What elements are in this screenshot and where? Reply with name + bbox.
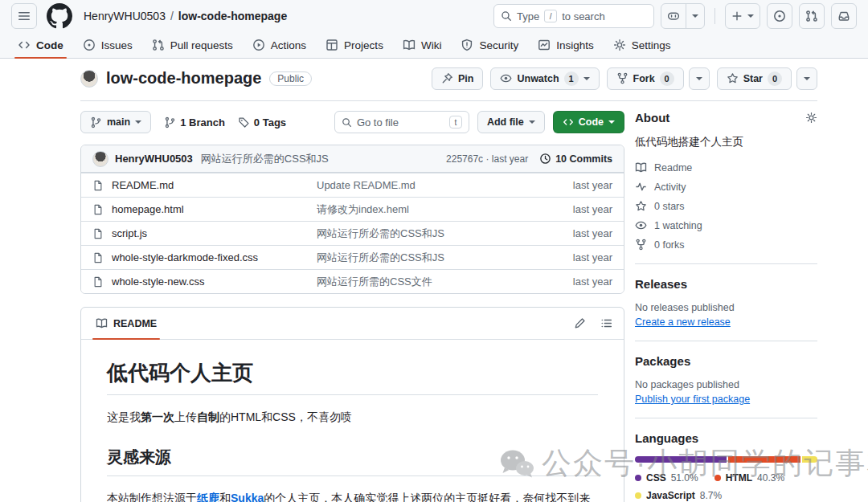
file-icon: [92, 252, 104, 263]
create-new-button[interactable]: [725, 3, 760, 29]
commit-author-avatar[interactable]: [92, 151, 108, 167]
tab-label: Settings: [632, 39, 671, 51]
link-zhilu[interactable]: 纸鹿: [197, 492, 219, 502]
file-commit-message[interactable]: 网站运行所必需的CSS和JS: [317, 251, 444, 265]
tab-security[interactable]: Security: [454, 32, 525, 58]
fork-button[interactable]: Fork 0: [607, 67, 684, 90]
language-item-css[interactable]: CSS51.0%: [635, 472, 698, 484]
about-title: About: [635, 111, 669, 124]
meta-label: Readme: [654, 162, 692, 173]
copilot-button[interactable]: [661, 4, 686, 28]
tab-settings[interactable]: Settings: [607, 32, 678, 58]
language-item-html[interactable]: HTML40.3%: [714, 472, 784, 484]
inbox-button[interactable]: [831, 3, 857, 29]
tab-code[interactable]: Code: [11, 32, 70, 58]
file-commit-message[interactable]: 网站运行所必需的CSS和JS: [317, 227, 444, 241]
language-item-javascript[interactable]: JavaScript8.7%: [635, 490, 722, 501]
breadcrumb-repo[interactable]: low-code-homepage: [178, 10, 287, 22]
language-dot-icon: [635, 492, 641, 499]
tab-label: Projects: [344, 39, 383, 51]
file-row[interactable]: README.md Update README.md last year: [81, 173, 624, 197]
file-name[interactable]: whole-style-darkmode-fixed.css: [112, 251, 317, 263]
file-commit-message[interactable]: 请修改为index.heml: [317, 202, 409, 217]
packages-title[interactable]: Packages: [635, 354, 690, 368]
branch-selector-button[interactable]: main: [80, 111, 151, 133]
commit-author[interactable]: HenryWHU0503: [115, 153, 193, 165]
branch-count[interactable]: 1 Branch: [164, 116, 225, 129]
repo-name[interactable]: low-code-homepage: [106, 69, 261, 88]
file-name[interactable]: whole-style-new.css: [112, 275, 317, 288]
readme-section-heading: 灵感来源: [107, 447, 598, 476]
issues-dashboard-button[interactable]: [767, 3, 792, 29]
tab-wiki[interactable]: Wiki: [396, 32, 448, 58]
unwatch-button[interactable]: Unwatch 1: [490, 67, 599, 90]
chevron-down-icon: [583, 77, 590, 80]
repo-owner-avatar[interactable]: [80, 70, 98, 88]
file-icon: [92, 228, 104, 239]
tag-count[interactable]: 0 Tags: [238, 116, 286, 129]
fork-dropdown-button[interactable]: [689, 67, 710, 90]
fork-count-badge: 0: [660, 71, 674, 86]
publish-package-link[interactable]: Publish your first package: [635, 394, 750, 405]
file-row[interactable]: whole-style-new.css 网站运行所需的CSS文件 last ye…: [81, 269, 624, 293]
add-file-button[interactable]: Add file: [477, 111, 545, 133]
tab-insights[interactable]: Insights: [531, 32, 600, 58]
language-bar-javascript: [802, 456, 817, 463]
tab-actions[interactable]: Actions: [246, 32, 313, 58]
create-release-link[interactable]: Create a new release: [635, 316, 731, 328]
tab-projects[interactable]: Projects: [319, 32, 390, 58]
tab-pull-requests[interactable]: Pull requests: [145, 32, 240, 58]
chevron-down-icon: [804, 77, 810, 80]
commit-history-link[interactable]: 10 Commits: [539, 153, 612, 165]
sidebar-stars-link[interactable]: 0 stars: [635, 200, 817, 212]
readme-paragraph-1: 这是我第一次上传自制的HTML和CSS，不喜勿喷: [107, 408, 598, 426]
language-dot-icon: [714, 475, 721, 481]
list-icon[interactable]: [600, 317, 612, 329]
file-name[interactable]: homepage.html: [112, 203, 317, 215]
file-commit-message[interactable]: Update README.md: [317, 179, 416, 191]
languages-section: Languages CSS51.0% HTML40.3% JavaScript8…: [635, 431, 817, 502]
hamburger-menu-button[interactable]: [11, 3, 37, 29]
link-sukka[interactable]: Sukka: [231, 492, 264, 502]
readme-tab[interactable]: README: [92, 308, 160, 339]
pencil-icon[interactable]: [574, 317, 586, 329]
watch-count-badge: 1: [564, 71, 579, 86]
file-name[interactable]: script.js: [112, 227, 317, 239]
star-label: Star: [743, 73, 763, 84]
fork-icon: [635, 239, 647, 251]
file-row[interactable]: script.js 网站运行所必需的CSS和JS last year: [81, 221, 624, 245]
commit-message[interactable]: 网站运行所必需的CSS和JS: [201, 152, 329, 166]
file-toolbar: main 1 Branch 0 Tags Go to file t Add fi…: [80, 111, 624, 133]
commit-hash-time[interactable]: 225767c · last year: [446, 153, 528, 165]
file-row[interactable]: homepage.html 请修改为index.heml last year: [81, 197, 624, 221]
readme-title: 低代码个人主页: [107, 359, 598, 395]
tab-label: Actions: [271, 39, 306, 51]
pull-requests-dashboard-button[interactable]: [799, 3, 825, 29]
add-file-label: Add file: [487, 116, 524, 128]
file-commit-date: last year: [573, 275, 612, 288]
star-button[interactable]: Star 0: [717, 67, 792, 90]
sidebar-activity-link[interactable]: Activity: [635, 181, 817, 193]
eye-icon: [500, 72, 512, 84]
star-dropdown-button[interactable]: [796, 67, 817, 90]
tab-label: Issues: [101, 39, 133, 51]
file-name[interactable]: README.md: [112, 179, 317, 191]
sidebar-watching-link[interactable]: 1 watching: [635, 219, 817, 231]
header-divider: [714, 8, 715, 24]
file-commit-message[interactable]: 网站运行所需的CSS文件: [317, 275, 432, 289]
global-search-input[interactable]: Type / to search: [493, 4, 654, 28]
sidebar-forks-link[interactable]: 0 forks: [635, 239, 817, 251]
breadcrumb-user[interactable]: HenryWHU0503: [84, 10, 166, 22]
gear-icon[interactable]: [805, 112, 817, 124]
file-icon: [92, 204, 104, 215]
pin-button[interactable]: Pin: [432, 67, 483, 90]
tab-issues[interactable]: Issues: [76, 32, 139, 58]
github-logo[interactable]: [47, 3, 72, 29]
sidebar-readme-link[interactable]: Readme: [635, 161, 817, 173]
create-new-segment[interactable]: [726, 4, 760, 28]
code-download-button[interactable]: Code: [553, 111, 624, 133]
releases-title[interactable]: Releases: [635, 277, 687, 291]
copilot-dropdown-button[interactable]: [686, 4, 704, 28]
go-to-file-input[interactable]: Go to file t: [334, 111, 469, 133]
file-row[interactable]: whole-style-darkmode-fixed.css 网站运行所必需的C…: [81, 245, 624, 269]
